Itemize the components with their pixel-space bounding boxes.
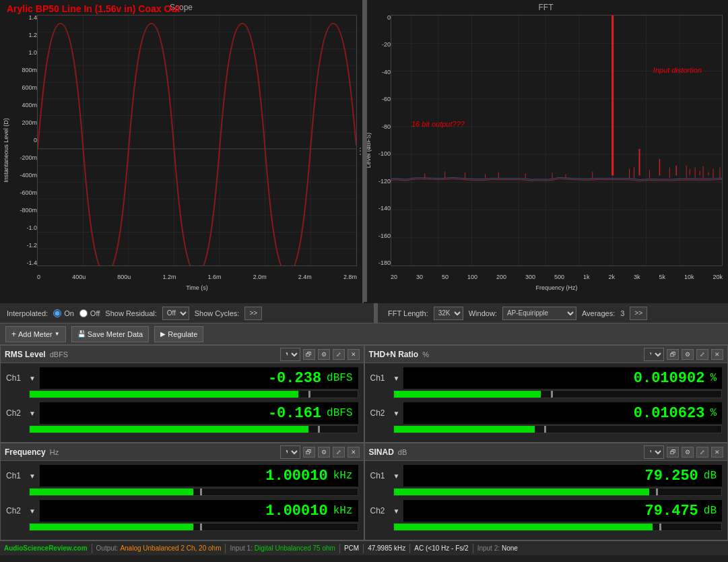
thdn-ch2-bar-marker xyxy=(544,426,546,433)
rms-expand-btn[interactable]: ⤢ xyxy=(333,349,345,360)
fft-x-20k: 20k xyxy=(713,274,723,280)
add-meter-icon: + xyxy=(11,330,16,339)
averages-label: Averages: xyxy=(582,309,615,317)
rms-export-btn[interactable]: 🗗 xyxy=(303,349,315,360)
rms-settings-btn[interactable]: ⚙ xyxy=(318,349,330,360)
thdn-ch2-bar-bg xyxy=(393,425,723,433)
freq-ch1-dropdown[interactable]: ▼ xyxy=(29,472,36,480)
freq-close-btn[interactable]: ✕ xyxy=(348,447,360,458)
sinad-ch2-dropdown[interactable]: ▼ xyxy=(393,507,400,515)
controls-bar: Interpolated: On Off Show Residual: Off … xyxy=(0,303,728,323)
freq-ch1-bar-fill xyxy=(30,489,193,495)
panel-divider[interactable]: ⋮ xyxy=(363,0,367,302)
add-meter-button[interactable]: + Add Meter ▼ xyxy=(5,326,66,342)
rms-ch1-unit: dBFS xyxy=(327,372,352,384)
freq-unit-select[interactable]: ▼ xyxy=(280,445,300,459)
save-meter-label: Save Meter Data xyxy=(88,330,143,338)
window-select[interactable]: AP-Equiripple xyxy=(502,307,576,320)
rms-unit-select[interactable]: ▼ xyxy=(280,348,300,361)
sinad-export-btn[interactable]: 🗗 xyxy=(667,447,679,458)
rms-ch2-bar-container xyxy=(6,425,358,433)
sinad-controls: ▼ 🗗 ⚙ ⤢ ✕ xyxy=(644,445,723,459)
save-meter-button[interactable]: 💾 Save Meter Data xyxy=(71,326,150,342)
averages-btn[interactable]: >> xyxy=(630,307,647,320)
interpolated-off-group: Off xyxy=(79,309,100,317)
thdn-ch1-label: Ch1 xyxy=(370,373,389,383)
fft-y-n60: -60 xyxy=(382,96,391,102)
scope-x-400u: 400u xyxy=(72,274,86,280)
regulate-button[interactable]: ▶ Regulate xyxy=(154,326,203,342)
fft-x-axis-title: Frequency (Hz) xyxy=(391,284,723,291)
sinad-settings-btn[interactable]: ⚙ xyxy=(682,447,694,458)
scope-y-1.2: 1.2 xyxy=(28,32,37,38)
thdn-unit: % xyxy=(422,350,429,358)
sinad-unit-select[interactable]: ▼ xyxy=(644,445,664,459)
scope-y-n800m: -800m xyxy=(20,208,37,214)
sinad-ch1-bar-fill xyxy=(394,489,649,495)
thdn-settings-btn[interactable]: ⚙ xyxy=(682,349,694,360)
thdn-controls: ▼ 🗗 ⚙ ⤢ ✕ xyxy=(644,348,723,361)
thdn-ch1-bar-bg xyxy=(393,390,723,398)
pcm-val: PCM xyxy=(344,544,359,552)
show-residual-select[interactable]: Off xyxy=(162,307,189,320)
fft-y-n40: -40 xyxy=(382,69,391,75)
freq-settings-btn[interactable]: ⚙ xyxy=(318,447,330,458)
freq-export-btn[interactable]: 🗗 xyxy=(303,447,315,458)
window-label: Window: xyxy=(469,309,497,317)
sinad-ch2-bar-marker xyxy=(659,524,661,530)
fft-x-200: 200 xyxy=(496,274,506,280)
status-sep-4 xyxy=(363,544,364,553)
fft-y-n80: -80 xyxy=(382,124,391,130)
scope-y-1.4: 1.4 xyxy=(28,15,37,21)
thdn-expand-btn[interactable]: ⤢ xyxy=(696,349,708,360)
thdn-unit-select[interactable]: ▼ xyxy=(644,348,664,361)
ac-item: AC (<10 Hz - Fs/2 xyxy=(414,544,468,552)
thdn-ch2-label: Ch2 xyxy=(370,408,389,418)
scope-x-2.0m: 2.0m xyxy=(253,274,267,280)
thdn-ch1-dropdown[interactable]: ▼ xyxy=(393,375,400,382)
rms-level-panel: RMS Level dBFS ▼ 🗗 ⚙ ⤢ ✕ Ch1 ▼ -0.238 dB… xyxy=(0,345,364,443)
interpolated-on-radio[interactable] xyxy=(53,309,61,317)
rms-ch2-dropdown[interactable]: ▼ xyxy=(29,410,36,417)
fft-y-n20: -20 xyxy=(382,42,391,48)
fft-x-300: 300 xyxy=(525,274,535,280)
output-val: Analog Unbalanced 2 Ch, 20 ohm xyxy=(120,544,221,552)
freq-ch1-value: 1.00010 xyxy=(265,468,327,485)
fft-x-2k: 2k xyxy=(608,274,615,280)
sinad-ch2-unit: dB xyxy=(704,505,717,517)
interpolated-off-label: Off xyxy=(90,309,100,317)
thdn-ch2-value: 0.010623 xyxy=(634,405,705,422)
interpolated-off-radio[interactable] xyxy=(79,309,88,317)
rms-header: RMS Level dBFS ▼ 🗗 ⚙ ⤢ ✕ xyxy=(1,346,364,363)
thdn-ch2-dropdown[interactable]: ▼ xyxy=(393,410,400,417)
thdn-ch1-display: 0.010902 % xyxy=(403,367,722,389)
freq-ch2-row: Ch2 ▼ 1.00010 kHz xyxy=(6,500,358,531)
show-cycles-btn[interactable]: >> xyxy=(244,307,262,320)
fft-x-50: 50 xyxy=(442,274,449,280)
sinad-ch2-bar-fill xyxy=(394,524,653,530)
scope-y-n1.2: -1.2 xyxy=(26,243,37,249)
sinad-body: Ch1 ▼ 79.250 dB Ch2 ▼ xyxy=(365,461,728,540)
freq-ch1-bar-marker xyxy=(200,489,202,495)
thdn-ch1-value: 0.010902 xyxy=(634,370,705,387)
fft-length-select[interactable]: 32K xyxy=(434,307,463,320)
rms-ch2-bar-bg xyxy=(29,425,358,433)
freq-ch2-dropdown[interactable]: ▼ xyxy=(29,507,36,515)
sinad-ch2-bar-bg xyxy=(393,523,723,531)
freq-ch1-row: Ch1 ▼ 1.00010 kHz xyxy=(6,465,358,496)
fft-x-500: 500 xyxy=(554,274,564,280)
fft-title: FFT xyxy=(539,3,554,12)
sinad-close-btn[interactable]: ✕ xyxy=(711,447,723,458)
thdn-close-btn[interactable]: ✕ xyxy=(711,349,723,360)
freq-ch1-bar-bg xyxy=(29,488,358,496)
freq-expand-btn[interactable]: ⤢ xyxy=(333,447,345,458)
sinad-ch1-dropdown[interactable]: ▼ xyxy=(393,472,400,480)
fft-x-5k: 5k xyxy=(659,274,665,280)
status-sep-3 xyxy=(339,544,340,553)
thdn-export-btn[interactable]: 🗗 xyxy=(667,349,679,360)
rms-ch1-dropdown[interactable]: ▼ xyxy=(29,375,36,382)
add-meter-label: Add Meter xyxy=(18,330,53,338)
thdn-ch1-bar-container xyxy=(370,390,723,398)
rms-close-btn[interactable]: ✕ xyxy=(348,349,360,360)
sinad-expand-btn[interactable]: ⤢ xyxy=(696,447,708,458)
